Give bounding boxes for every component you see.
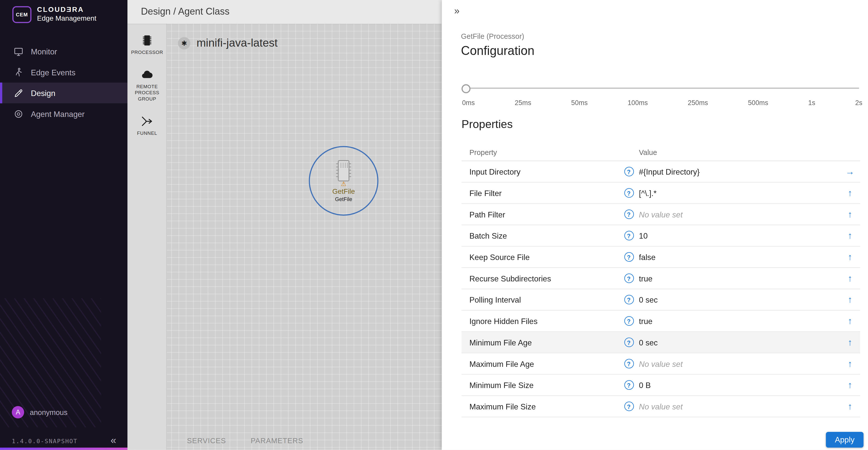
- property-value[interactable]: 0 sec: [639, 338, 840, 347]
- version-label: 1.4.0.0-SNAPSHOT: [12, 438, 78, 444]
- help-icon[interactable]: ?: [624, 295, 634, 304]
- property-name: Input Directory: [461, 167, 619, 176]
- arrow-up-icon[interactable]: ↑: [848, 381, 852, 390]
- arrow-up-icon[interactable]: ↑: [848, 231, 852, 240]
- property-value[interactable]: true: [639, 274, 840, 283]
- flow-title: minifi-java-latest: [196, 36, 278, 50]
- arrow-up-icon[interactable]: ↑: [848, 274, 852, 283]
- palette-item-label: REMOTE PROCESS GROUP: [129, 84, 165, 102]
- processor-icon: [140, 34, 154, 47]
- panel-subtitle: GetFile (Processor): [461, 32, 524, 40]
- property-value[interactable]: No value set: [639, 210, 840, 219]
- sidebar-item-edge-events[interactable]: Edge Events: [0, 62, 127, 83]
- property-value[interactable]: No value set: [639, 402, 840, 411]
- table-row: Ignore Hidden Files?true↑: [461, 311, 860, 332]
- table-row: Polling Interval?0 sec↑: [461, 289, 860, 311]
- help-icon[interactable]: ?: [624, 188, 634, 198]
- arrow-up-icon[interactable]: ↑: [848, 210, 852, 219]
- slider-tick-label: 500ms: [748, 99, 768, 107]
- arrow-up-icon[interactable]: ↑: [848, 295, 852, 304]
- sidebar-item-label: Design: [31, 89, 55, 98]
- property-value[interactable]: No value set: [639, 359, 840, 368]
- arrow-up-icon[interactable]: ↑: [848, 402, 852, 411]
- component-palette: PROCESSORREMOTE PROCESS GROUPFUNNEL: [127, 24, 167, 450]
- processor-node-getfile[interactable]: ⚠ GetFile GetFile: [309, 146, 378, 216]
- property-value[interactable]: 10: [639, 231, 840, 240]
- help-icon[interactable]: ?: [624, 231, 634, 240]
- run-duration-slider[interactable]: [465, 84, 859, 93]
- slider-tick-label: 100ms: [628, 99, 648, 107]
- help-icon[interactable]: ?: [624, 274, 634, 283]
- edge-events-icon: [13, 67, 24, 77]
- help-icon[interactable]: ?: [624, 401, 634, 411]
- sidebar-item-monitor[interactable]: Monitor: [0, 41, 127, 62]
- arrow-up-icon[interactable]: ↑: [848, 317, 852, 326]
- processor-chip-icon: [334, 159, 353, 183]
- properties-table: Property Value Input Directory?#{Input D…: [461, 144, 860, 418]
- property-value[interactable]: [^\.].*: [639, 188, 840, 198]
- sidebar-collapse-icon[interactable]: «: [111, 434, 116, 447]
- canvas-bottom-tabs: SERVICES PARAMETERS: [187, 437, 303, 445]
- help-icon[interactable]: ?: [624, 167, 634, 176]
- help-icon[interactable]: ?: [624, 380, 634, 390]
- palette-item-funnel[interactable]: FUNNEL: [129, 115, 165, 137]
- property-value[interactable]: #{Input Directory}: [639, 167, 840, 176]
- property-name: Minimum File Age: [461, 338, 619, 347]
- property-name: Maximum File Size: [461, 402, 619, 411]
- apply-button[interactable]: Apply: [826, 432, 864, 448]
- sidebar-item-design[interactable]: Design: [0, 83, 127, 103]
- arrow-up-icon[interactable]: ↑: [848, 359, 852, 368]
- properties-heading: Properties: [461, 118, 513, 131]
- sidebar-item-agent-manager[interactable]: Agent Manager: [0, 103, 127, 124]
- table-row: Path Filter?No value set↑: [461, 204, 860, 225]
- table-row: Minimum File Size?0 B↑: [461, 375, 860, 396]
- arrow-up-icon[interactable]: ↑: [848, 188, 852, 198]
- slider-knob[interactable]: [461, 84, 470, 93]
- remote-process-group-icon: [140, 68, 154, 81]
- property-value[interactable]: false: [639, 252, 840, 262]
- agent-manager-icon: [13, 109, 24, 119]
- sidebar-item-label: Agent Manager: [31, 109, 85, 118]
- property-name: Maximum File Age: [461, 359, 619, 368]
- help-icon[interactable]: ?: [624, 316, 634, 326]
- table-header-row: Property Value: [461, 144, 860, 161]
- arrow-up-icon[interactable]: ↑: [848, 338, 852, 347]
- help-icon[interactable]: ?: [624, 209, 634, 219]
- brand-subtitle: Edge Management: [37, 14, 96, 23]
- app-logo: CEM CLOUDƎRA Edge Management: [0, 0, 127, 23]
- table-row: Input Directory?#{Input Directory}→: [461, 161, 860, 183]
- sidebar-accent-bar: [0, 448, 127, 450]
- property-value[interactable]: 0 sec: [639, 295, 840, 304]
- app-window: CEM CLOUDƎRA Edge Management MonitorEdge…: [0, 0, 868, 450]
- palette-item-processor[interactable]: PROCESSOR: [129, 34, 165, 56]
- panel-collapse-icon[interactable]: »: [454, 5, 460, 17]
- slider-tick-label: 1s: [808, 99, 815, 107]
- palette-item-label: PROCESSOR: [131, 50, 163, 56]
- arrow-right-icon[interactable]: →: [845, 167, 855, 176]
- tab-services[interactable]: SERVICES: [187, 437, 226, 445]
- slider-track[interactable]: [465, 88, 859, 89]
- table-row: Maximum File Age?No value set↑: [461, 353, 860, 375]
- sidebar-item-label: Monitor: [31, 47, 57, 56]
- design-icon: [13, 88, 24, 98]
- column-header-property: Property: [461, 148, 619, 156]
- table-row: File Filter?[^\.].*↑: [461, 182, 860, 204]
- cem-logo-icon: CEM: [12, 6, 31, 23]
- table-row: Keep Source File?false↑: [461, 247, 860, 268]
- slider-tick-label: 2s: [855, 99, 862, 107]
- property-value[interactable]: true: [639, 317, 840, 326]
- slider-tick-label: 50ms: [571, 99, 588, 107]
- slider-tick-label: 0ms: [462, 99, 475, 107]
- help-icon[interactable]: ?: [624, 252, 634, 262]
- property-value[interactable]: 0 B: [639, 381, 840, 390]
- arrow-up-icon[interactable]: ↑: [848, 252, 852, 262]
- help-icon[interactable]: ?: [624, 338, 634, 347]
- panel-title: Configuration: [461, 44, 534, 58]
- design-canvas[interactable]: PROCESSORREMOTE PROCESS GROUPFUNNEL ✱ mi…: [127, 24, 442, 450]
- tab-parameters[interactable]: PARAMETERS: [251, 437, 303, 445]
- user-menu[interactable]: A anonymous: [0, 406, 67, 419]
- palette-item-remote-process-group[interactable]: REMOTE PROCESS GROUP: [129, 68, 165, 102]
- table-row: Minimum File Age?0 sec↑: [461, 332, 860, 353]
- help-icon[interactable]: ?: [624, 359, 634, 368]
- table-row: Recurse Subdirectories?true↑: [461, 268, 860, 289]
